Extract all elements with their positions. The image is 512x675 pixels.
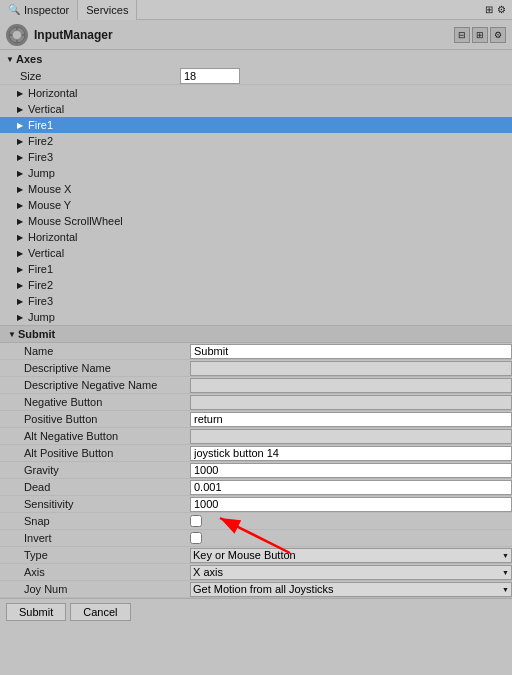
field-row: Descriptive Negative Name	[0, 377, 512, 394]
axes-tree-item[interactable]: Fire3	[0, 293, 512, 309]
tree-arrow	[14, 215, 26, 227]
field-label: Descriptive Name	[10, 362, 190, 374]
field-row: Positive Button	[0, 411, 512, 428]
field-row: Descriptive Name	[0, 360, 512, 377]
axes-tree-item[interactable]: Fire2	[0, 277, 512, 293]
axes-tree-item[interactable]: Fire1	[0, 117, 512, 133]
field-row: Name	[0, 343, 512, 360]
axes-tree-item[interactable]: Horizontal	[0, 85, 512, 101]
axes-tree-item[interactable]: Mouse X	[0, 181, 512, 197]
axes-arrow	[4, 53, 16, 65]
tree-arrow	[14, 279, 26, 291]
submit-fields: NameDescriptive NameDescriptive Negative…	[0, 343, 512, 598]
axes-tree-item[interactable]: Fire2	[0, 133, 512, 149]
size-label: Size	[20, 70, 180, 82]
submit-button[interactable]: Submit	[6, 603, 66, 621]
submit-section-label: Submit	[18, 328, 55, 340]
axes-tree-item[interactable]: Mouse ScrollWheel	[0, 213, 512, 229]
field-input[interactable]	[190, 344, 512, 359]
bottom-buttons-bar: Submit Cancel	[0, 598, 512, 625]
tree-item-label: Fire3	[28, 295, 53, 307]
maximize-icon[interactable]: ⊞	[485, 4, 493, 15]
tree-item-label: Mouse Y	[28, 199, 71, 211]
field-input[interactable]	[190, 395, 512, 410]
axes-tree-item[interactable]: Jump	[0, 165, 512, 181]
tree-arrow	[14, 103, 26, 115]
axes-label: Axes	[16, 53, 42, 65]
field-row: Invert	[0, 530, 512, 547]
tree-arrow	[14, 295, 26, 307]
tree-item-label: Horizontal	[28, 87, 78, 99]
axes-tree-item[interactable]: Fire1	[0, 261, 512, 277]
field-row: Gravity	[0, 462, 512, 479]
layout-button[interactable]: ⊞	[472, 27, 488, 43]
field-checkbox[interactable]	[190, 532, 202, 544]
tree-arrow	[14, 151, 26, 163]
field-checkbox[interactable]	[190, 515, 202, 527]
field-label: Alt Negative Button	[10, 430, 190, 442]
svg-point-1	[13, 31, 21, 39]
tree-arrow	[14, 183, 26, 195]
select-wrapper: Get Motion from all JoysticksJoystick 1J…	[190, 582, 512, 597]
axes-tree-item[interactable]: Vertical	[0, 101, 512, 117]
axes-tree-item[interactable]: Jump	[0, 309, 512, 325]
field-label: Name	[10, 345, 190, 357]
axes-tree-item[interactable]: Horizontal	[0, 229, 512, 245]
axes-tree-item[interactable]: Fire3	[0, 149, 512, 165]
field-row: Dead	[0, 479, 512, 496]
tree-arrow	[14, 311, 26, 323]
tree-item-label: Fire1	[28, 119, 53, 131]
tree-item-label: Mouse ScrollWheel	[28, 215, 123, 227]
tree-arrow	[14, 119, 26, 131]
toggle-button[interactable]: ⊟	[454, 27, 470, 43]
field-input[interactable]	[190, 480, 512, 495]
axes-tree-item[interactable]: Mouse Y	[0, 197, 512, 213]
field-label: Positive Button	[10, 413, 190, 425]
field-input[interactable]	[190, 497, 512, 512]
field-label: Axis	[10, 566, 190, 578]
tab-services[interactable]: Services	[78, 0, 137, 20]
input-manager-icon	[6, 24, 28, 46]
field-input[interactable]	[190, 429, 512, 444]
field-row: AxisX axisY axis3rd axis4th axis▼	[0, 564, 512, 581]
tree-item-label: Fire3	[28, 151, 53, 163]
field-input[interactable]	[190, 463, 512, 478]
field-label: Invert	[10, 532, 190, 544]
tree-arrow	[14, 167, 26, 179]
cancel-button[interactable]: Cancel	[70, 603, 130, 621]
tree-item-label: Horizontal	[28, 231, 78, 243]
tree-arrow	[14, 231, 26, 243]
field-select[interactable]: Key or Mouse ButtonMouse MovementJoystic…	[190, 548, 512, 563]
field-label: Gravity	[10, 464, 190, 476]
tree-arrow	[14, 247, 26, 259]
field-input[interactable]	[190, 378, 512, 393]
tree-item-label: Vertical	[28, 247, 64, 259]
tab-inspector-label: Inspector	[24, 4, 69, 16]
axes-section-header[interactable]: Axes	[0, 50, 512, 68]
tree-arrow	[14, 199, 26, 211]
field-row: Negative Button	[0, 394, 512, 411]
tab-inspector[interactable]: 🔍 Inspector	[0, 0, 78, 20]
tree-item-label: Fire2	[28, 279, 53, 291]
field-row: TypeKey or Mouse ButtonMouse MovementJoy…	[0, 547, 512, 564]
header-title: InputManager	[34, 28, 454, 42]
axes-tree: HorizontalVerticalFire1Fire2Fire3JumpMou…	[0, 85, 512, 325]
field-select[interactable]: X axisY axis3rd axis4th axis	[190, 565, 512, 580]
size-input[interactable]	[180, 68, 240, 84]
submit-arrow	[6, 328, 18, 340]
inspector-content: Axes Size HorizontalVerticalFire1Fire2Fi…	[0, 50, 512, 645]
field-row: Alt Negative Button	[0, 428, 512, 445]
field-input[interactable]	[190, 412, 512, 427]
tree-arrow	[14, 87, 26, 99]
field-row: Sensitivity	[0, 496, 512, 513]
field-select[interactable]: Get Motion from all JoysticksJoystick 1J…	[190, 582, 512, 597]
tree-item-label: Vertical	[28, 103, 64, 115]
header-action-buttons: ⊟ ⊞ ⚙	[454, 27, 506, 43]
field-input[interactable]	[190, 446, 512, 461]
settings-icon[interactable]: ⚙	[497, 4, 506, 15]
options-button[interactable]: ⚙	[490, 27, 506, 43]
axes-tree-item[interactable]: Vertical	[0, 245, 512, 261]
inspector-icon: 🔍	[8, 4, 20, 15]
field-input[interactable]	[190, 361, 512, 376]
submit-section-header[interactable]: Submit	[0, 325, 512, 343]
